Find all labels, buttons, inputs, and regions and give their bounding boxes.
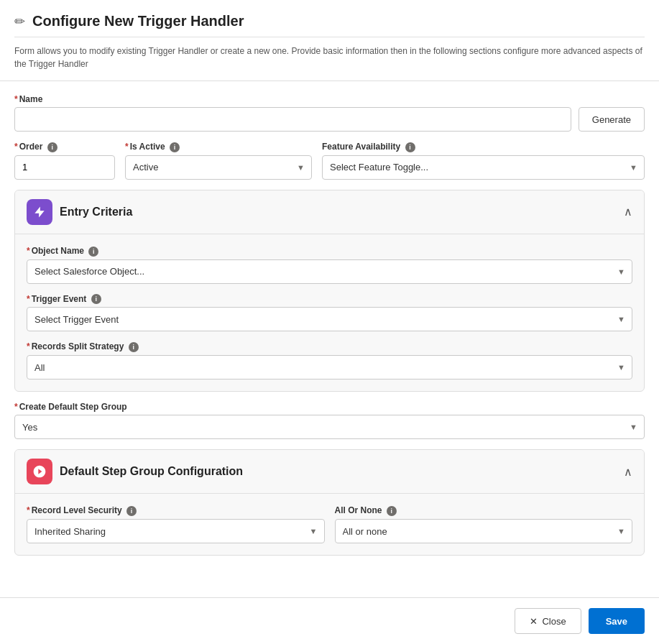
trigger-event-field-group: *Trigger Event i Select Trigger Event ▼ xyxy=(27,294,632,332)
all-or-none-info-icon: i xyxy=(387,506,397,516)
default-step-group-header: Default Step Group Configuration ∧ xyxy=(15,450,644,494)
record-level-security-field-group: *Record Level Security i Inherited Shari… xyxy=(27,505,325,543)
entry-criteria-body: *Object Name i Select Salesforce Object.… xyxy=(15,234,644,391)
feature-availability-field-group: Feature Availability i Select Feature To… xyxy=(322,142,645,180)
default-step-icon xyxy=(27,459,52,484)
records-split-select-wrap: All ▼ xyxy=(27,355,632,380)
name-label: *Name xyxy=(14,94,645,104)
page-header: ✏ Configure New Trigger Handler Form all… xyxy=(0,0,659,81)
generate-button[interactable]: Generate xyxy=(579,107,645,132)
default-step-group-title: Default Step Group Configuration xyxy=(60,465,243,478)
entry-criteria-icon xyxy=(27,199,52,225)
record-level-select-wrap: Inherited Sharing Without Sharing With S… xyxy=(27,519,325,543)
order-label: *Order i xyxy=(14,142,115,152)
close-button[interactable]: ✕ Close xyxy=(515,608,581,634)
order-field-group: *Order i xyxy=(14,142,115,180)
close-label: Close xyxy=(542,616,566,627)
close-x-icon: ✕ xyxy=(530,616,538,627)
trigger-event-select[interactable]: Select Trigger Event xyxy=(27,307,632,331)
entry-criteria-title: Entry Criteria xyxy=(60,206,132,218)
is-active-select-wrap: Active Inactive ▼ xyxy=(125,155,312,180)
feature-availability-select-wrap: Select Feature Toggle... ▼ xyxy=(322,155,645,180)
record-level-info-icon: i xyxy=(126,506,137,516)
name-input[interactable] xyxy=(14,107,571,132)
page-description: Form allows you to modify existing Trigg… xyxy=(14,37,645,70)
entry-criteria-header: Entry Criteria ∧ xyxy=(15,190,644,234)
page-title: Configure New Trigger Handler xyxy=(32,13,244,29)
feature-availability-label: Feature Availability i xyxy=(322,142,645,152)
pencil-icon: ✏ xyxy=(14,14,25,29)
create-default-select-wrap: Yes No ▼ xyxy=(14,415,645,439)
default-step-group-section: Default Step Group Configuration ∧ *Reco… xyxy=(14,449,645,556)
record-security-all-none-row: *Record Level Security i Inherited Shari… xyxy=(27,505,632,543)
object-name-select[interactable]: Select Salesforce Object... xyxy=(27,259,632,284)
object-name-field-group: *Object Name i Select Salesforce Object.… xyxy=(27,246,632,284)
all-or-none-select-wrap: All or none Allow partial ▼ xyxy=(335,519,633,543)
order-info-icon: i xyxy=(47,142,57,152)
is-active-select[interactable]: Active Inactive xyxy=(125,155,312,180)
record-level-label: *Record Level Security i xyxy=(27,505,325,516)
order-active-feature-row: *Order i *Is Active i Active Inactive ▼ xyxy=(14,142,645,180)
name-field-group: *Name Generate xyxy=(14,94,645,132)
is-active-field-group: *Is Active i Active Inactive ▼ xyxy=(125,142,312,180)
object-name-select-wrap: Select Salesforce Object... ▼ xyxy=(27,259,632,284)
page-content: *Name Generate *Order i *Is Active xyxy=(0,81,659,597)
feature-availability-select[interactable]: Select Feature Toggle... xyxy=(322,155,645,180)
trigger-event-label: *Trigger Event i xyxy=(27,294,632,305)
default-step-group-body: *Record Level Security i Inherited Shari… xyxy=(15,494,644,555)
records-split-label: *Records Split Strategy i xyxy=(27,341,632,352)
records-split-select[interactable]: All xyxy=(27,355,632,380)
all-or-none-label: All Or None i xyxy=(335,505,633,516)
entry-criteria-section: Entry Criteria ∧ *Object Name i Select S… xyxy=(14,190,645,392)
feature-info-icon: i xyxy=(405,142,415,152)
is-active-info-icon: i xyxy=(170,142,180,152)
trigger-event-select-wrap: Select Trigger Event ▼ xyxy=(27,307,632,331)
all-or-none-field-group: All Or None i All or none Allow partial … xyxy=(335,505,633,543)
create-default-label: *Create Default Step Group xyxy=(14,402,645,412)
save-button[interactable]: Save xyxy=(589,608,645,634)
create-default-select[interactable]: Yes No xyxy=(14,415,645,439)
page-footer: ✕ Close Save xyxy=(0,597,659,644)
entry-criteria-collapse-icon[interactable]: ∧ xyxy=(624,205,632,218)
is-active-label: *Is Active i xyxy=(125,142,312,152)
all-or-none-select[interactable]: All or none Allow partial xyxy=(335,519,633,543)
trigger-event-info-icon: i xyxy=(91,294,101,304)
default-step-group-collapse-icon[interactable]: ∧ xyxy=(624,465,632,479)
order-input[interactable] xyxy=(14,155,115,180)
records-split-info-icon: i xyxy=(129,342,139,352)
records-split-field-group: *Records Split Strategy i All ▼ xyxy=(27,341,632,380)
create-default-field-group: *Create Default Step Group Yes No ▼ xyxy=(14,402,645,439)
object-name-info-icon: i xyxy=(88,247,98,257)
object-name-label: *Object Name i xyxy=(27,246,632,257)
record-level-select[interactable]: Inherited Sharing Without Sharing With S… xyxy=(27,519,325,543)
